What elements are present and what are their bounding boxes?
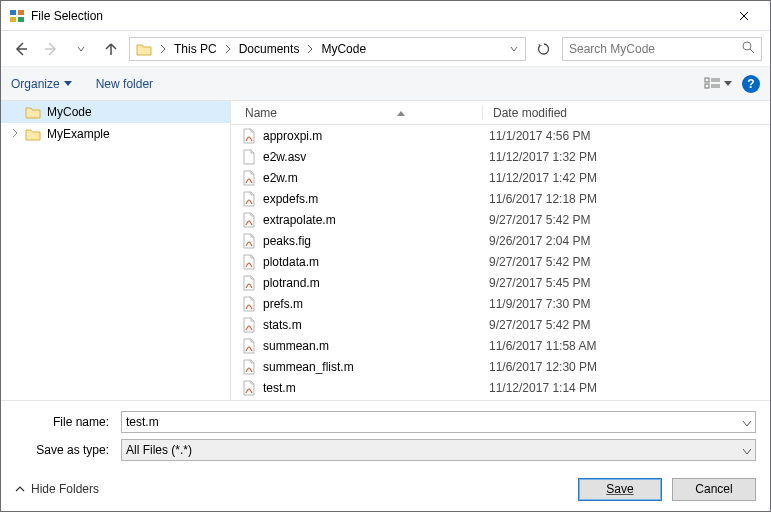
list-item[interactable]: expdefs.m11/6/2017 12:18 PM bbox=[231, 188, 770, 209]
file-date: 11/1/2017 4:56 PM bbox=[489, 129, 770, 143]
folder-icon bbox=[134, 39, 154, 59]
close-button[interactable] bbox=[724, 5, 764, 27]
type-dropdown[interactable]: All Files (*.*) bbox=[121, 439, 756, 461]
file-name: prefs.m bbox=[263, 297, 489, 311]
file-icon bbox=[241, 359, 257, 375]
window-title: File Selection bbox=[31, 9, 724, 23]
svg-rect-3 bbox=[18, 17, 24, 22]
file-name: plotrand.m bbox=[263, 276, 489, 290]
breadcrumb[interactable]: This PC Documents MyCode bbox=[129, 37, 526, 61]
file-name: extrapolate.m bbox=[263, 213, 489, 227]
folder-icon bbox=[25, 105, 41, 119]
svg-point-4 bbox=[743, 42, 751, 50]
refresh-button[interactable] bbox=[532, 37, 556, 61]
save-fields: File name: Save as type: All Files (*.*) bbox=[1, 401, 770, 467]
svg-rect-0 bbox=[10, 10, 16, 15]
file-icon bbox=[241, 380, 257, 396]
list-body[interactable]: approxpi.m11/1/2017 4:56 PMe2w.asv11/12/… bbox=[231, 125, 770, 400]
list-item[interactable]: plotdata.m9/27/2017 5:42 PM bbox=[231, 251, 770, 272]
list-item[interactable]: extrapolate.m9/27/2017 5:42 PM bbox=[231, 209, 770, 230]
recent-dropdown[interactable] bbox=[69, 37, 93, 61]
breadcrumb-dropdown[interactable] bbox=[505, 39, 523, 59]
sort-asc-icon bbox=[397, 108, 405, 118]
file-date: 9/27/2017 5:42 PM bbox=[489, 255, 770, 269]
crumb-this-pc[interactable]: This PC bbox=[170, 38, 221, 60]
tree-item-label: MyCode bbox=[47, 105, 92, 119]
list-item[interactable]: stats.m9/27/2017 5:42 PM bbox=[231, 314, 770, 335]
list-item[interactable]: e2w.asv11/12/2017 1:32 PM bbox=[231, 146, 770, 167]
view-options[interactable] bbox=[704, 77, 732, 91]
file-list: Name Date modified approxpi.m11/1/2017 4… bbox=[231, 101, 770, 400]
chevron-down-icon[interactable] bbox=[743, 443, 751, 457]
file-icon bbox=[241, 212, 257, 228]
file-icon bbox=[241, 317, 257, 333]
list-item[interactable]: plotrand.m9/27/2017 5:45 PM bbox=[231, 272, 770, 293]
filename-input[interactable] bbox=[126, 415, 743, 429]
file-date: 11/12/2017 1:14 PM bbox=[489, 381, 770, 395]
crumb-mycode[interactable]: MyCode bbox=[317, 38, 370, 60]
search-box[interactable] bbox=[562, 37, 762, 61]
file-icon bbox=[241, 170, 257, 186]
chevron-right-icon[interactable] bbox=[221, 44, 235, 54]
file-date: 9/27/2017 5:42 PM bbox=[489, 213, 770, 227]
cancel-button[interactable]: Cancel bbox=[672, 478, 756, 501]
header-name[interactable]: Name bbox=[231, 106, 483, 120]
file-date: 9/27/2017 5:42 PM bbox=[489, 318, 770, 332]
file-icon bbox=[241, 149, 257, 165]
file-icon bbox=[241, 128, 257, 144]
tree-item-label: MyExample bbox=[47, 127, 110, 141]
chevron-down-icon[interactable] bbox=[743, 415, 751, 429]
file-name: e2w.m bbox=[263, 171, 489, 185]
toolbar: Organize New folder ? bbox=[1, 67, 770, 101]
list-item[interactable]: peaks.fig9/26/2017 2:04 PM bbox=[231, 230, 770, 251]
file-date: 11/12/2017 1:32 PM bbox=[489, 150, 770, 164]
chevron-right-icon[interactable] bbox=[303, 44, 317, 54]
help-icon[interactable]: ? bbox=[742, 75, 760, 93]
organize-menu[interactable]: Organize bbox=[11, 77, 72, 91]
file-name: peaks.fig bbox=[263, 234, 489, 248]
body: MyCode MyExample Name Da bbox=[1, 101, 770, 401]
svg-rect-2 bbox=[10, 17, 16, 22]
file-date: 11/12/2017 1:42 PM bbox=[489, 171, 770, 185]
file-icon bbox=[241, 275, 257, 291]
expand-icon[interactable] bbox=[11, 128, 19, 140]
file-name: stats.m bbox=[263, 318, 489, 332]
file-name: plotdata.m bbox=[263, 255, 489, 269]
new-folder-button[interactable]: New folder bbox=[96, 77, 153, 91]
list-item[interactable]: test.m11/12/2017 1:14 PM bbox=[231, 377, 770, 398]
file-icon bbox=[241, 233, 257, 249]
header-date[interactable]: Date modified bbox=[483, 106, 770, 120]
file-icon bbox=[241, 338, 257, 354]
file-dialog: File Selection This PC bbox=[0, 0, 771, 512]
file-icon bbox=[241, 254, 257, 270]
save-button[interactable]: Save bbox=[578, 478, 662, 501]
list-item[interactable]: prefs.m11/9/2017 7:30 PM bbox=[231, 293, 770, 314]
folder-tree[interactable]: MyCode MyExample bbox=[1, 101, 231, 400]
filename-field[interactable] bbox=[121, 411, 756, 433]
file-date: 11/6/2017 11:58 AM bbox=[489, 339, 770, 353]
tree-item-mycode[interactable]: MyCode bbox=[1, 101, 230, 123]
list-item[interactable]: approxpi.m11/1/2017 4:56 PM bbox=[231, 125, 770, 146]
hide-folders-toggle[interactable]: Hide Folders bbox=[15, 482, 99, 496]
search-input[interactable] bbox=[569, 42, 742, 56]
tree-item-myexample[interactable]: MyExample bbox=[1, 123, 230, 145]
list-header: Name Date modified bbox=[231, 101, 770, 125]
file-date: 9/27/2017 5:45 PM bbox=[489, 276, 770, 290]
up-button[interactable] bbox=[99, 37, 123, 61]
file-name: expdefs.m bbox=[263, 192, 489, 206]
file-date: 11/6/2017 12:18 PM bbox=[489, 192, 770, 206]
forward-button[interactable] bbox=[39, 37, 63, 61]
app-icon bbox=[9, 8, 25, 24]
nav-row: This PC Documents MyCode bbox=[1, 31, 770, 67]
back-button[interactable] bbox=[9, 37, 33, 61]
crumb-documents[interactable]: Documents bbox=[235, 38, 304, 60]
file-name: approxpi.m bbox=[263, 129, 489, 143]
file-date: 11/6/2017 12:30 PM bbox=[489, 360, 770, 374]
list-item[interactable]: summean.m11/6/2017 11:58 AM bbox=[231, 335, 770, 356]
list-item[interactable]: summean_flist.m11/6/2017 12:30 PM bbox=[231, 356, 770, 377]
file-name: test.m bbox=[263, 381, 489, 395]
footer: Hide Folders Save Cancel bbox=[1, 467, 770, 511]
filename-label: File name: bbox=[15, 415, 115, 429]
chevron-right-icon[interactable] bbox=[156, 44, 170, 54]
list-item[interactable]: e2w.m11/12/2017 1:42 PM bbox=[231, 167, 770, 188]
